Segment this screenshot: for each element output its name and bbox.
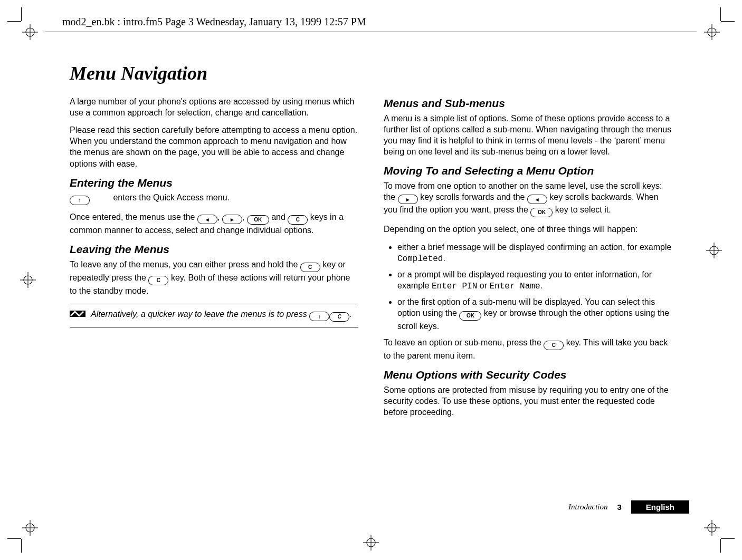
- code-enter-name: Enter Name: [489, 282, 540, 291]
- code-enter-pin: Enter PIN: [432, 282, 477, 291]
- separator: ,: [217, 213, 222, 221]
- separator-and: and: [269, 213, 288, 221]
- security-codes-paragraph: Some options are protected from misuse b…: [384, 384, 672, 418]
- once-entered-text-a: Once entered, the menus use the: [70, 213, 197, 221]
- left-key-icon: ◂: [197, 215, 217, 224]
- intro-paragraph-1: A large number of your phone's options a…: [70, 96, 358, 118]
- leave-option-a: To leave an option or sub-menu, press th…: [384, 338, 544, 347]
- registration-mark-icon: [704, 24, 720, 40]
- page-content: Menu Navigation A large number of your p…: [70, 62, 672, 424]
- note-block: Alternatively, a quicker way to leave th…: [70, 304, 358, 327]
- li2-or: or: [477, 281, 489, 290]
- c-key-icon: C: [300, 263, 320, 272]
- page-title: Menu Navigation: [70, 62, 672, 84]
- heading-leaving-menus: Leaving the Menus: [70, 242, 358, 257]
- heading-moving-selecting: Moving To and Selecting a Menu Option: [384, 163, 672, 178]
- outcomes-list: either a brief message will be displayed…: [384, 242, 672, 332]
- move-text-d: key to select it.: [555, 205, 611, 214]
- right-key-icon: ▸: [398, 195, 418, 204]
- footer-language-badge: English: [631, 500, 689, 514]
- right-key-icon: ▸: [222, 215, 242, 224]
- ok-key-icon: OK: [247, 215, 269, 225]
- note-text-b: .: [349, 310, 351, 318]
- intro-paragraph-2: Please read this section carefully befor…: [70, 124, 358, 169]
- registration-mark-icon: [704, 520, 720, 536]
- registration-mark-icon: [20, 272, 36, 288]
- header-rule: [45, 32, 697, 32]
- page-footer: Introduction 3 English: [70, 500, 689, 514]
- file-header: mod2_en.bk : intro.fm5 Page 3 Wednesday,…: [62, 16, 366, 28]
- list-item: either a brief message will be displayed…: [397, 242, 672, 265]
- registration-mark-icon: [22, 24, 38, 40]
- left-key-icon: ◂: [527, 195, 547, 204]
- depending-text: Depending on the option you select, one …: [384, 224, 672, 235]
- left-column: A large number of your phone's options a…: [70, 96, 358, 424]
- heading-menus-submenus: Menus and Sub-menus: [384, 96, 672, 111]
- c-key-icon: C: [544, 341, 564, 350]
- registration-mark-icon: [22, 520, 38, 536]
- list-item: or a prompt will be displayed requesting…: [397, 269, 672, 292]
- code-completed: Completed: [397, 254, 443, 264]
- note-flag-icon: [70, 308, 85, 319]
- heading-entering-menus: Entering the Menus: [70, 176, 358, 190]
- li1-a: either a brief message will be displayed…: [397, 243, 671, 252]
- up-key-icon: ↑: [309, 312, 329, 321]
- note-text-a: Alternatively, a quicker way to leave th…: [91, 310, 309, 318]
- footer-page-number: 3: [617, 503, 621, 511]
- enters-quick-access-text: enters the Quick Access menu.: [113, 193, 230, 202]
- heading-security-codes: Menu Options with Security Codes: [384, 368, 672, 382]
- footer-section: Introduction: [568, 503, 607, 511]
- c-key-icon: C: [329, 312, 349, 322]
- c-key-icon: C: [148, 276, 168, 285]
- c-key-icon: C: [288, 215, 308, 225]
- list-item: or the first option of a sub-menu will b…: [397, 296, 672, 332]
- li2-b: .: [540, 281, 542, 290]
- move-text-b: key scrolls forwards and the: [420, 192, 527, 201]
- registration-mark-icon: [706, 243, 722, 258]
- registration-mark-icon: [363, 535, 379, 551]
- leave-text-a: To leave any of the menus, you can eithe…: [70, 260, 300, 269]
- ok-key-icon: OK: [459, 311, 481, 321]
- up-key-icon: ↑: [70, 196, 90, 205]
- ok-key-icon: OK: [530, 208, 553, 217]
- separator: ,: [242, 213, 247, 221]
- right-column: Menus and Sub-menus A menu is a simple l…: [384, 96, 672, 424]
- li1-b: .: [443, 254, 445, 263]
- menus-submenus-paragraph: A menu is a simple list of options. Some…: [384, 113, 672, 157]
